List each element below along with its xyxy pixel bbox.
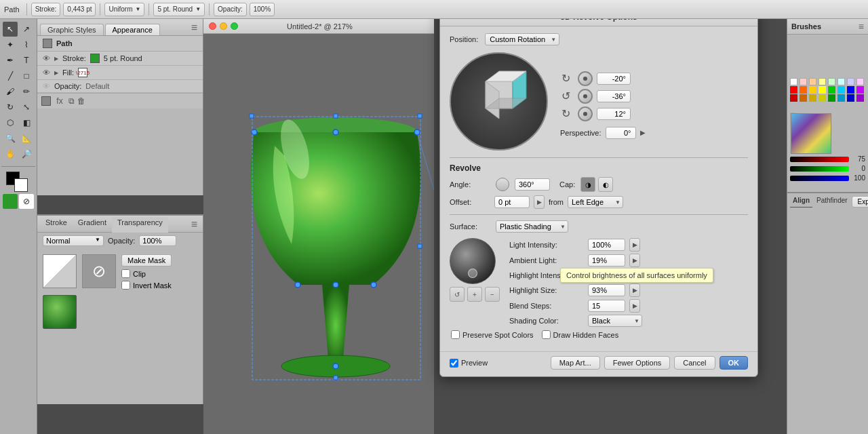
selection-tool[interactable]: ↖ [3, 22, 18, 37]
magic-wand-tool[interactable]: ✦ [3, 37, 18, 52]
palette-color-13[interactable] [837, 86, 845, 94]
palette-color-16[interactable] [790, 94, 797, 102]
edge-select[interactable]: Left Edge Right Edge [568, 196, 623, 208]
expand-button[interactable]: Expand [852, 196, 868, 208]
palette-color-6[interactable] [847, 78, 854, 85]
draw-hidden-checkbox[interactable] [542, 330, 551, 339]
palette-color-1[interactable] [800, 78, 807, 85]
blend-tool[interactable]: ⬡ [3, 115, 18, 130]
color-picker-square[interactable] [790, 113, 795, 153]
palette-color-23[interactable] [856, 94, 864, 102]
expand-fill-arrow[interactable]: ▶ [54, 70, 58, 76]
palette-color-15[interactable] [856, 86, 864, 94]
palette-color-17[interactable] [800, 94, 807, 102]
maximize-button[interactable] [231, 22, 238, 30]
blend-mode-select[interactable]: Normal ▼ [43, 235, 104, 246]
light-intensity-input[interactable] [588, 239, 625, 251]
pen-tool[interactable]: ✒ [3, 53, 18, 68]
delete-icon[interactable]: 🗑 [77, 96, 85, 106]
paintbrush-tool[interactable]: 🖌 [3, 84, 18, 99]
rotation-y-dial[interactable] [578, 89, 593, 104]
expand-stroke-arrow[interactable]: ▶ [54, 56, 58, 62]
clip-checkbox[interactable] [121, 269, 130, 278]
stroke-style[interactable]: 5 pt. Round ▼ [153, 3, 205, 16]
sphere-add-btn[interactable]: + [467, 287, 482, 302]
stroke-value[interactable]: 0,443 pt [63, 3, 96, 16]
palette-color-21[interactable] [837, 94, 845, 102]
rotation-x-dial[interactable] [578, 71, 593, 86]
blue-slider-track[interactable] [790, 176, 849, 181]
palette-color-18[interactable] [809, 94, 816, 102]
fx-icon[interactable]: fx [54, 96, 66, 106]
palette-color-2[interactable] [809, 78, 816, 85]
palette-color-22[interactable] [847, 94, 854, 102]
highlight-size-arrow[interactable]: ▶ [629, 283, 640, 297]
type-tool[interactable]: T [19, 53, 34, 68]
direct-selection-tool[interactable]: ↗ [19, 22, 34, 37]
red-slider-track[interactable] [790, 157, 849, 162]
panel-menu-icon[interactable]: ≡ [189, 20, 200, 35]
shading-color-select[interactable]: Black White Custom [588, 315, 642, 327]
angle-slider[interactable] [496, 178, 509, 191]
fill-none-indicator[interactable] [78, 68, 87, 77]
cap-btn-right[interactable]: ◐ [598, 177, 613, 192]
palette-color-19[interactable] [818, 94, 826, 102]
rotation-y-input[interactable] [597, 90, 631, 102]
bottom-panel-menu[interactable]: ≡ [189, 217, 200, 232]
sphere-del-btn[interactable]: − [485, 287, 500, 302]
close-button[interactable] [209, 22, 216, 30]
eyedropper-tool[interactable]: 🔍 [3, 131, 18, 146]
highlight-size-input[interactable] [588, 284, 625, 296]
palette-color-4[interactable] [828, 78, 835, 85]
preview-checkbox[interactable] [450, 359, 458, 368]
tab-gradient[interactable]: Gradient [73, 217, 112, 232]
background-color[interactable] [14, 178, 28, 192]
ok-button[interactable]: OK [719, 356, 749, 370]
palette-color-0[interactable] [790, 78, 797, 85]
tab-transparency[interactable]: Transparency [112, 217, 168, 233]
offset-input[interactable] [494, 196, 530, 208]
perspective-arrow[interactable]: ▶ [640, 129, 646, 136]
cancel-button[interactable]: Cancel [674, 356, 715, 370]
sphere-rotate-btn[interactable]: ↺ [450, 287, 465, 302]
ambient-light-arrow[interactable]: ▶ [629, 254, 640, 267]
surface-select[interactable]: Plastic Shading Diffuse Shading No Shadi… [496, 220, 568, 233]
scale-tool[interactable]: ⤡ [19, 100, 34, 115]
perspective-input[interactable] [606, 127, 636, 139]
tab-appearance[interactable]: Appearance [105, 24, 160, 35]
blend-steps-input[interactable] [588, 300, 625, 312]
palette-color-12[interactable] [828, 86, 835, 94]
offset-arrow-btn[interactable]: ▶ [534, 195, 545, 209]
palette-color-10[interactable] [809, 86, 816, 94]
rotate-tool[interactable]: ↻ [3, 100, 18, 115]
palette-color-7[interactable] [856, 78, 864, 85]
tab-graphic-styles[interactable]: Graphic Styles [40, 24, 104, 35]
canvas-content[interactable] [203, 34, 434, 434]
gradient-tool[interactable]: ◧ [19, 115, 34, 130]
opacity-value[interactable]: 100% [250, 3, 275, 16]
visibility-eye[interactable]: 👁 [43, 54, 50, 62]
map-art-button[interactable]: Map Art... [551, 356, 600, 370]
green-slider-track[interactable] [790, 166, 849, 172]
shape-tool[interactable]: □ [19, 68, 34, 83]
ambient-light-input[interactable] [588, 254, 625, 267]
palette-color-20[interactable] [828, 94, 835, 102]
light-intensity-arrow[interactable]: ▶ [629, 238, 640, 252]
position-select[interactable]: Custom Rotation [485, 33, 559, 45]
zoom-tool[interactable]: 🔎 [19, 146, 34, 161]
right-panel-menu[interactable]: ≡ [859, 21, 864, 32]
stroke-color-swatch[interactable] [90, 54, 100, 63]
palette-color-14[interactable] [847, 86, 854, 94]
fewer-options-button[interactable]: Fewer Options [604, 356, 671, 370]
opacity-field[interactable]: 100% [139, 235, 176, 246]
tab-pathfinder[interactable]: Pathfinder [814, 196, 850, 208]
pencil-tool[interactable]: ✏ [19, 84, 34, 99]
fill-mode-icon[interactable] [3, 194, 18, 209]
visibility-eye-fill[interactable]: 👁 [43, 68, 50, 77]
make-mask-button[interactable]: Make Mask [121, 254, 172, 267]
minimize-button[interactable] [220, 22, 227, 30]
preserve-spot-checkbox[interactable] [451, 330, 460, 339]
cap-btn-left[interactable]: ◑ [580, 177, 595, 192]
palette-color-3[interactable] [818, 78, 826, 85]
palette-color-9[interactable] [800, 86, 807, 94]
